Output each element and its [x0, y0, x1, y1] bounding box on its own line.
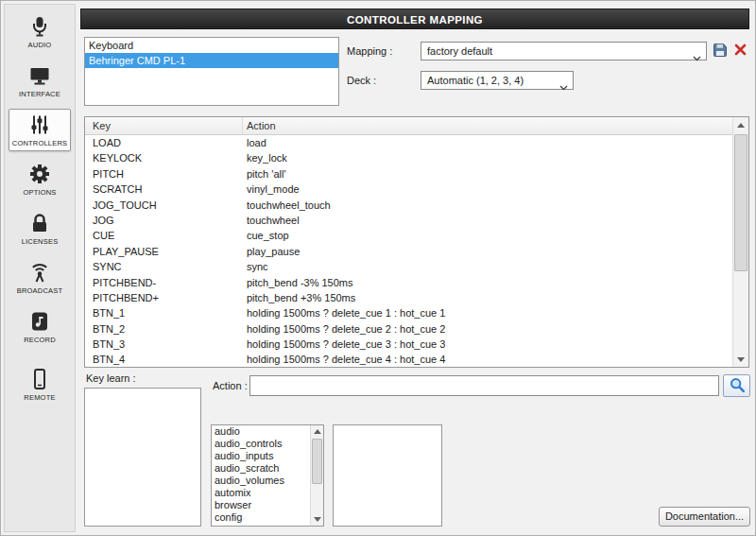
column-header-action[interactable]: Action — [243, 117, 732, 134]
deck-select[interactable]: Automatic (1, 2, 3, 4) — [421, 71, 574, 90]
action-detail-list[interactable] — [333, 424, 442, 527]
sidebar-item-label: OPTIONS — [23, 188, 56, 197]
sidebar-item-audio[interactable]: AUDIO — [9, 10, 71, 53]
list-item[interactable]: config — [212, 511, 310, 524]
table-row[interactable]: BTN_4 holding 1500ms ? delete_cue 4 : ho… — [85, 352, 732, 367]
list-item[interactable]: automix — [212, 487, 310, 499]
sidebar-item-remote[interactable]: REMOTE — [9, 363, 71, 406]
action-input[interactable] — [249, 375, 719, 396]
sidebar-item-label: INTERFACE — [19, 90, 60, 98]
table-row[interactable]: PITCHBEND+ pitch_bend +3% 150ms — [85, 290, 732, 305]
action-cell: pitch_bend +3% 150ms — [243, 290, 732, 305]
sidebar-item-broadcast[interactable]: BROADCAST — [9, 256, 71, 299]
action-cell: play_pause — [243, 244, 732, 259]
key-cell: JOG_TOUCH — [85, 198, 243, 213]
action-cell: sync — [243, 259, 732, 274]
scroll-down-button[interactable] — [311, 513, 323, 526]
list-item[interactable]: audio — [212, 425, 310, 438]
list-item[interactable]: browser — [212, 499, 310, 511]
table-row[interactable]: JOG touchwheel — [85, 213, 732, 228]
table-row[interactable]: PITCHBEND- pitch_bend -3% 150ms — [85, 275, 732, 290]
scroll-down-button[interactable] — [733, 352, 748, 367]
lock-icon — [28, 212, 51, 234]
microphone-icon — [28, 15, 51, 38]
action-cell: holding 1500ms ? delete_cue 3 : hot_cue … — [243, 337, 732, 352]
key-cell: JOG — [85, 213, 243, 228]
search-action-button[interactable] — [723, 374, 750, 397]
sidebar-item-controllers[interactable]: CONTROLLERS — [9, 109, 71, 151]
action-label: Action : — [213, 380, 248, 391]
sidebar-item-label: REMOTE — [24, 393, 55, 402]
action-cell: load — [243, 135, 732, 150]
device-list-item[interactable]: Behringer CMD PL-1 — [85, 53, 338, 68]
monitor-icon — [28, 64, 51, 87]
save-mapping-button[interactable] — [711, 42, 730, 61]
table-row[interactable]: BTN_1 holding 1500ms ? delete_cue 1 : ho… — [85, 305, 732, 320]
table-row[interactable]: PITCH pitch 'all' — [85, 166, 732, 182]
documentation-button[interactable]: Documentation... — [659, 507, 750, 527]
table-row[interactable]: LOAD load — [85, 135, 732, 150]
sidebar-item-interface[interactable]: INTERFACE — [9, 60, 71, 102]
table-row[interactable]: JOG_TOUCH touchwheel_touch — [85, 198, 732, 213]
key-learn-label: Key learn : — [86, 372, 136, 384]
sidebar: AUDIO INTERFACE CONTROLLERS OPTIONS LICE… — [4, 4, 76, 532]
scrollbar-thumb[interactable] — [312, 439, 322, 484]
table-row[interactable]: CUE cue_stop — [85, 228, 732, 243]
action-cell: holding 1500ms ? delete_cue 4 : hot_cue … — [243, 352, 732, 367]
sidebar-item-options[interactable]: OPTIONS — [9, 158, 71, 200]
settings-window: AUDIO INTERFACE CONTROLLERS OPTIONS LICE… — [0, 0, 756, 536]
table-row[interactable]: PLAY_PAUSE play_pause — [85, 244, 732, 259]
mapping-table: Key Action LOAD load KEYLOCK key_lock PI… — [84, 116, 749, 368]
column-header-key[interactable]: Key — [85, 117, 243, 134]
key-cell: CUE — [85, 228, 243, 243]
broadcast-antenna-icon — [28, 261, 51, 284]
smartphone-icon — [28, 368, 51, 390]
action-category-list: audioaudio_controlsaudio_inputsaudio_scr… — [211, 424, 324, 527]
list-item[interactable]: audio_scratch — [212, 462, 310, 475]
mapping-select[interactable]: factory default — [421, 42, 707, 61]
table-row[interactable]: BTN_3 holding 1500ms ? delete_cue 3 : ho… — [85, 337, 732, 352]
table-row[interactable]: SCRATCH vinyl_mode — [85, 182, 732, 197]
deck-select-value: Automatic (1, 2, 3, 4) — [427, 75, 524, 86]
table-row[interactable]: BTN_2 holding 1500ms ? delete_cue 2 : ho… — [85, 321, 732, 337]
chevron-down-icon — [693, 49, 701, 66]
faders-icon — [28, 113, 51, 136]
chevron-down-icon — [559, 78, 568, 95]
sidebar-item-label: RECORD — [24, 336, 56, 344]
triangle-up-icon — [314, 429, 321, 434]
list-item[interactable]: audio_inputs — [212, 450, 310, 462]
action-cell: touchwheel — [243, 213, 732, 228]
sidebar-item-label: BROADCAST — [17, 286, 62, 295]
key-cell: BTN_4 — [85, 352, 243, 367]
scrollbar-thumb[interactable] — [734, 134, 747, 271]
action-cell: holding 1500ms ? delete_cue 1 : hot_cue … — [243, 305, 732, 320]
action-cell: holding 1500ms ? delete_cue 2 : hot_cue … — [243, 321, 732, 337]
scroll-up-button[interactable] — [311, 425, 323, 438]
key-cell: PITCH — [85, 166, 243, 182]
key-learn-box[interactable] — [84, 388, 201, 527]
triangle-up-icon — [737, 123, 745, 128]
table-scrollbar[interactable] — [732, 117, 748, 367]
gear-icon — [28, 163, 51, 185]
list-item[interactable]: audio_controls — [212, 438, 310, 450]
device-list: KeyboardBehringer CMD PL-1 — [84, 37, 339, 106]
list-item[interactable]: controls — [212, 524, 310, 527]
sidebar-item-label: AUDIO — [28, 41, 52, 49]
category-scrollbar[interactable] — [310, 425, 323, 526]
music-note-icon — [28, 310, 51, 333]
scroll-up-button[interactable] — [733, 117, 748, 132]
sidebar-item-licenses[interactable]: LICENSES — [9, 207, 71, 250]
sidebar-item-record[interactable]: RECORD — [9, 305, 71, 348]
key-cell: SYNC — [85, 259, 243, 274]
device-list-item[interactable]: Keyboard — [85, 38, 338, 53]
delete-mapping-button[interactable] — [730, 42, 749, 61]
mapping-table-body: LOAD load KEYLOCK key_lock PITCH pitch '… — [85, 135, 732, 368]
key-cell: LOAD — [85, 135, 243, 150]
list-item[interactable]: audio_volumes — [212, 475, 310, 487]
triangle-down-icon — [314, 517, 321, 522]
key-cell: BTN_1 — [85, 305, 243, 320]
table-row[interactable]: KEYLOCK key_lock — [85, 150, 732, 165]
mapping-label: Mapping : — [347, 45, 392, 57]
key-cell: PITCHBEND+ — [85, 290, 243, 305]
table-row[interactable]: SYNC sync — [85, 259, 732, 274]
